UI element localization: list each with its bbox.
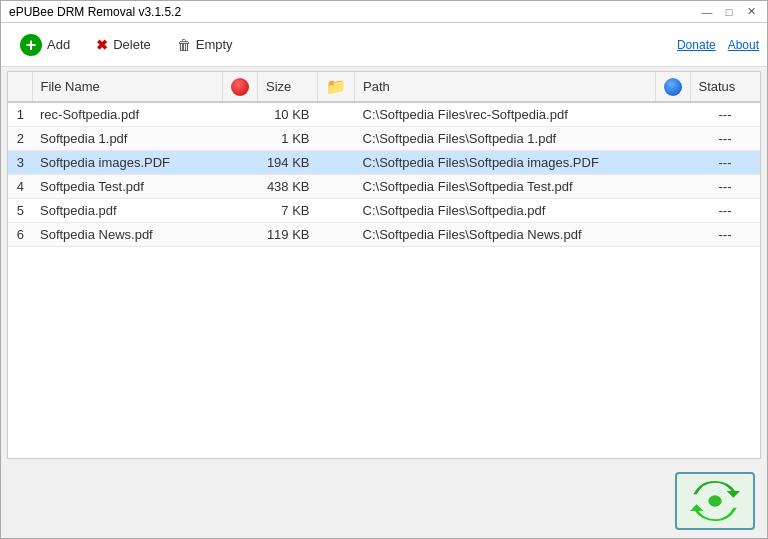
row-status: --- (690, 102, 760, 127)
empty-button[interactable]: 🗑 Empty (166, 31, 244, 59)
row-folder-icon (318, 102, 355, 127)
row-num: 6 (8, 223, 32, 247)
delete-button[interactable]: ✖ Delete (85, 31, 162, 59)
maximize-button[interactable]: □ (721, 4, 737, 20)
row-red-icon (223, 223, 258, 247)
row-red-icon (223, 102, 258, 127)
row-size: 7 KB (258, 199, 318, 223)
table-row[interactable]: 6 Softpedia News.pdf 119 KB C:\Softpedia… (8, 223, 760, 247)
row-filename: Softpedia.pdf (32, 199, 223, 223)
row-size: 438 KB (258, 175, 318, 199)
col-header-red-icon (223, 72, 258, 102)
row-globe-icon (655, 151, 690, 175)
bottom-area (1, 463, 767, 538)
row-size: 119 KB (258, 223, 318, 247)
row-globe-icon (655, 127, 690, 151)
row-size: 1 KB (258, 127, 318, 151)
row-status: --- (690, 199, 760, 223)
row-status: --- (690, 151, 760, 175)
col-header-globe (655, 72, 690, 102)
row-folder-icon (318, 223, 355, 247)
row-num: 4 (8, 175, 32, 199)
row-path: C:\Softpedia Files\Softpedia News.pdf (355, 223, 655, 247)
row-status: --- (690, 175, 760, 199)
row-folder-icon (318, 127, 355, 151)
row-filename: Softpedia Test.pdf (32, 175, 223, 199)
row-path: C:\Softpedia Files\rec-Softpedia.pdf (355, 102, 655, 127)
row-red-icon (223, 175, 258, 199)
red-circle-icon (231, 78, 249, 96)
row-globe-icon (655, 175, 690, 199)
col-header-filename: File Name (32, 72, 223, 102)
toolbar-right: Donate About (677, 38, 759, 52)
col-header-status: Status (690, 72, 760, 102)
col-header-folder: 📁 (318, 72, 355, 102)
file-table: File Name Size 📁 Path (8, 72, 760, 247)
about-link[interactable]: About (728, 38, 759, 52)
add-button[interactable]: + Add (9, 28, 81, 62)
col-header-num (8, 72, 32, 102)
table-row[interactable]: 4 Softpedia Test.pdf 438 KB C:\Softpedia… (8, 175, 760, 199)
row-red-icon (223, 151, 258, 175)
window-controls: ― □ ✕ (699, 4, 759, 20)
title-bar: ePUBee DRM Removal v3.1.5.2 ― □ ✕ (1, 1, 767, 23)
toolbar: + Add ✖ Delete 🗑 Empty Donate About (1, 23, 767, 67)
row-num: 2 (8, 127, 32, 151)
row-folder-icon (318, 175, 355, 199)
row-folder-icon (318, 151, 355, 175)
table-header-row: File Name Size 📁 Path (8, 72, 760, 102)
delete-label: Delete (113, 37, 151, 52)
main-window: ePUBee DRM Removal v3.1.5.2 ― □ ✕ + Add … (0, 0, 768, 539)
row-red-icon (223, 127, 258, 151)
main-content: File Name Size 📁 Path (7, 71, 761, 459)
row-filename: Softpedia News.pdf (32, 223, 223, 247)
svg-point-0 (708, 495, 721, 507)
table-row[interactable]: 1 rec-Softpedia.pdf 10 KB C:\Softpedia F… (8, 102, 760, 127)
row-folder-icon (318, 199, 355, 223)
table-row[interactable]: 3 Softpedia images.PDF 194 KB C:\Softped… (8, 151, 760, 175)
row-num: 5 (8, 199, 32, 223)
row-status: --- (690, 223, 760, 247)
table-body: 1 rec-Softpedia.pdf 10 KB C:\Softpedia F… (8, 102, 760, 247)
delete-icon: ✖ (96, 37, 108, 53)
row-size: 194 KB (258, 151, 318, 175)
globe-icon (664, 78, 682, 96)
row-path: C:\Softpedia Files\Softpedia Test.pdf (355, 175, 655, 199)
row-path: C:\Softpedia Files\Softpedia 1.pdf (355, 127, 655, 151)
row-path: C:\Softpedia Files\Softpedia images.PDF (355, 151, 655, 175)
row-path: C:\Softpedia Files\Softpedia.pdf (355, 199, 655, 223)
toolbar-left: + Add ✖ Delete 🗑 Empty (9, 28, 244, 62)
row-filename: rec-Softpedia.pdf (32, 102, 223, 127)
row-size: 10 KB (258, 102, 318, 127)
row-filename: Softpedia 1.pdf (32, 127, 223, 151)
row-filename: Softpedia images.PDF (32, 151, 223, 175)
add-icon: + (20, 34, 42, 56)
table-row[interactable]: 2 Softpedia 1.pdf 1 KB C:\Softpedia File… (8, 127, 760, 151)
col-header-size: Size (258, 72, 318, 102)
convert-icon (690, 479, 740, 523)
folder-icon: 📁 (326, 77, 346, 96)
row-red-icon (223, 199, 258, 223)
row-globe-icon (655, 199, 690, 223)
donate-link[interactable]: Donate (677, 38, 716, 52)
row-status: --- (690, 127, 760, 151)
minimize-button[interactable]: ― (699, 4, 715, 20)
add-label: Add (47, 37, 70, 52)
convert-button[interactable] (675, 472, 755, 530)
window-title: ePUBee DRM Removal v3.1.5.2 (9, 5, 181, 19)
empty-label: Empty (196, 37, 233, 52)
row-num: 1 (8, 102, 32, 127)
row-globe-icon (655, 223, 690, 247)
trash-icon: 🗑 (177, 37, 191, 53)
row-num: 3 (8, 151, 32, 175)
table-row[interactable]: 5 Softpedia.pdf 7 KB C:\Softpedia Files\… (8, 199, 760, 223)
col-header-path: Path (355, 72, 655, 102)
row-globe-icon (655, 102, 690, 127)
close-button[interactable]: ✕ (743, 4, 759, 20)
